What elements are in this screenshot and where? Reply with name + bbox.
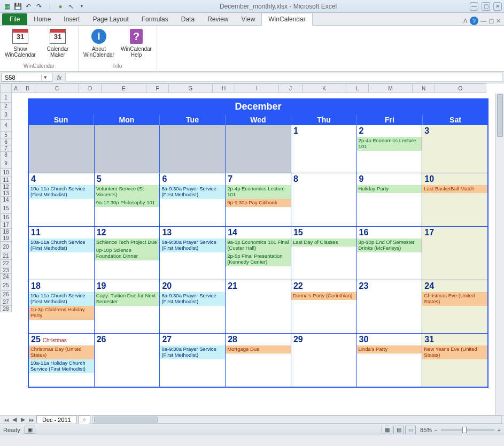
calendar-cell-11[interactable]: 1110a-11a Church Service (First Methodis… <box>28 227 95 280</box>
zoom-slider-handle[interactable] <box>462 427 467 433</box>
row-header-4[interactable]: 4 <box>0 120 12 132</box>
calendar-cell-26[interactable]: 26 <box>95 334 160 387</box>
row-header-16[interactable]: 16 <box>0 214 12 221</box>
row-header-9[interactable]: 9 <box>0 158 12 169</box>
calendar-cell-23[interactable]: 23 <box>357 280 423 334</box>
calendar-event[interactable]: 10a-11a Church Service (First Methodist) <box>29 239 94 252</box>
calendar-cell-30[interactable]: 30Linda's Party <box>357 334 423 387</box>
tab-insert[interactable]: Insert <box>57 13 86 25</box>
calendar-event[interactable]: Schience Tech Project Due <box>95 239 160 247</box>
column-header-O[interactable]: O <box>435 83 486 93</box>
calendar-cell-31[interactable]: 31New Year's Eve (United States) <box>422 334 488 387</box>
tab-page-layout[interactable]: Page Layout <box>86 13 135 25</box>
formula-input[interactable] <box>65 73 503 82</box>
workbook-close-icon[interactable]: ✕ <box>496 18 501 25</box>
save-icon[interactable]: 💾 <box>13 2 22 11</box>
calendar-cell-27[interactable]: 278a-9:30a Prayer Service (First Methodi… <box>160 334 226 387</box>
row-header-17[interactable]: 17 <box>0 221 12 229</box>
calendar-cell-blank[interactable] <box>226 125 291 173</box>
calendar-cell-13[interactable]: 138a-9:30a Prayer Service (First Methodi… <box>160 227 226 280</box>
view-layout-button[interactable]: ▤ <box>393 426 404 434</box>
row-header-8[interactable]: 8 <box>0 152 12 158</box>
redo-icon[interactable]: ↷ <box>34 2 44 11</box>
calendar-event[interactable]: Last BasketBall Match <box>422 185 487 193</box>
calendar-event[interactable]: Holiday Party <box>357 185 422 193</box>
row-header-23[interactable]: 23 <box>0 267 12 274</box>
row-header-22[interactable]: 22 <box>0 260 12 267</box>
calendar-cell-21[interactable]: 21 <box>226 280 291 334</box>
calendar-event[interactable]: 8a-9:30a Prayer Service (First Methodist… <box>160 345 225 359</box>
horizontal-scrollbar-thumb[interactable] <box>94 417 158 422</box>
calendar-cell-15[interactable]: 15Last Day of Classes <box>291 227 357 280</box>
vertical-scrollbar-thumb[interactable] <box>497 94 503 137</box>
calendar-event[interactable]: Linda's Party <box>357 345 422 353</box>
horizontal-scrollbar[interactable] <box>92 416 502 424</box>
calendar-cell-17[interactable]: 17 <box>422 227 488 280</box>
help-icon[interactable]: ? <box>470 17 478 25</box>
row-header-2[interactable]: 2 <box>0 103 12 110</box>
fx-icon[interactable]: fx <box>53 72 65 83</box>
calendar-event[interactable]: Donna's Party (Corinthian) <box>291 292 356 300</box>
view-pagebreak-button[interactable]: ▭ <box>405 426 416 434</box>
maximize-button[interactable]: ▢ <box>482 2 490 11</box>
qat-dropdown-icon[interactable]: ▾ <box>77 2 87 11</box>
tab-review[interactable]: Review <box>201 13 235 25</box>
calendar-event[interactable]: 10a-11a Holiday Church Service (First Me… <box>29 359 94 373</box>
row-header-14[interactable]: 14 <box>0 197 12 203</box>
tab-home[interactable]: Home <box>27 13 57 25</box>
calendar-cell-19[interactable]: 19Copy: Tuition Due for Next Semester <box>95 280 160 334</box>
tab-next-icon[interactable]: ▶ <box>19 416 27 424</box>
excel-icon[interactable]: ▦ <box>2 2 12 11</box>
print-icon[interactable]: ● <box>56 2 65 11</box>
select-all-corner[interactable] <box>0 83 12 93</box>
calendar-cell-4[interactable]: 410a-11a Church Service (First Methodist… <box>28 173 95 227</box>
calendar-event[interactable]: 8a-9:30a Prayer Service (First Methodist… <box>160 239 225 252</box>
calendar-cell-28[interactable]: 28Mortgage Due <box>226 334 291 387</box>
tab-view[interactable]: View <box>235 13 262 25</box>
zoom-slider[interactable] <box>441 429 494 431</box>
column-header-J[interactable]: J <box>279 83 303 93</box>
calendar-event[interactable]: Christmas Eve (United States) <box>422 292 487 306</box>
tab-prev-icon[interactable]: ◀ <box>11 416 18 424</box>
column-header-H[interactable]: H <box>213 83 235 93</box>
minimize-button[interactable]: — <box>470 2 478 11</box>
calendar-event[interactable]: 2p-5p Final Presentation (Kennedy Center… <box>226 252 291 266</box>
calendar-cell-22[interactable]: 22Donna's Party (Corinthian) <box>291 280 357 334</box>
calendar-cell-24[interactable]: 24Christmas Eve (United States) <box>422 280 488 334</box>
calendar-cell-12[interactable]: 12Schience Tech Project Due8p-10p Scienc… <box>95 227 160 280</box>
calendar-event[interactable]: 8a-9:30a Prayer Service (First Methodist… <box>160 292 225 306</box>
calendar-event[interactable]: 9a-1p Economics 101 Final (Cueter Hall) <box>226 239 291 252</box>
calendar-cell-29[interactable]: 29 <box>291 334 357 387</box>
calendar-event[interactable]: 10a-11a Church Service (First Methodist) <box>29 292 94 306</box>
tab-last-icon[interactable]: ⏭ <box>28 416 35 424</box>
calendar-cell-5[interactable]: 5Volunteer Service (St Vincents)9a-12:30… <box>95 173 160 227</box>
column-header-L[interactable]: L <box>346 83 369 93</box>
calendar-cell-9[interactable]: 9Holiday Party <box>357 173 423 227</box>
zoom-in-button[interactable]: + <box>498 427 501 433</box>
sheet-tab-dec-2011[interactable]: Dec - 2011 <box>36 416 77 424</box>
row-header-5[interactable]: 5 <box>0 132 12 139</box>
calendar-cell-7[interactable]: 72p-4p Economics Lecture 1019p-9:30p Pay… <box>226 173 291 227</box>
name-box[interactable]: S58 ▾ <box>1 73 52 82</box>
ribbon-button-calendar-maker[interactable]: 31CalendarMaker <box>42 28 74 63</box>
sheet-tab-new[interactable]: ✧ <box>78 416 90 424</box>
calendar-event[interactable]: Mortgage Due <box>226 345 291 353</box>
calendar-event[interactable]: New Year's Eve (United States) <box>422 345 487 359</box>
calendar-event[interactable]: 9a-12:30p Philosophy 101 <box>95 199 160 207</box>
tab-first-icon[interactable]: ⏮ <box>2 416 10 424</box>
calendar-cell-18[interactable]: 1810a-11a Church Service (First Methodis… <box>28 280 95 334</box>
calendar-event[interactable]: Volunteer Service (St Vincents) <box>95 185 160 199</box>
calendar-cell-16[interactable]: 168p-10p End Of Semester Drinks (McFarle… <box>357 227 423 280</box>
calendar-event[interactable]: 8p-10p End Of Semester Drinks (McFarleys… <box>357 239 422 252</box>
column-header-M[interactable]: M <box>369 83 413 93</box>
calendar-event[interactable]: 8p-10p Science Foundation Dinner <box>95 247 160 260</box>
calendar-cell-blank[interactable] <box>95 125 160 173</box>
row-header-15[interactable]: 15 <box>0 203 12 214</box>
row-header-20[interactable]: 20 <box>0 242 12 252</box>
calendar-event[interactable]: 2p-4p Economics Lecture 101 <box>357 137 422 151</box>
row-header-12[interactable]: 12 <box>0 184 12 190</box>
column-header-F[interactable]: F <box>146 83 169 93</box>
cells-viewport[interactable]: December SunMonTueWedThuFriSat 122p-4p E… <box>12 93 495 415</box>
ribbon-button-wincalendar-help[interactable]: ?WinCalendarHelp <box>120 28 152 63</box>
column-header-D[interactable]: D <box>79 83 102 93</box>
